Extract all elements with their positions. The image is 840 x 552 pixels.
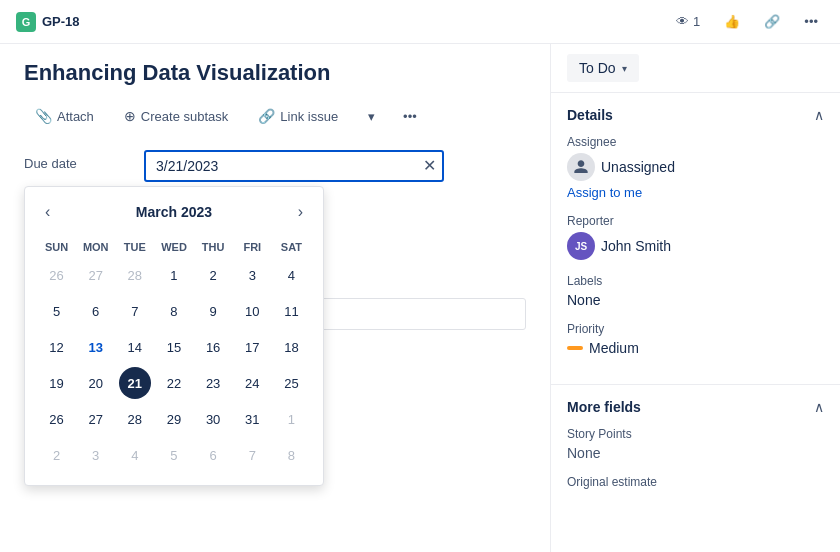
- calendar-day[interactable]: 16: [197, 331, 229, 363]
- header-logo: G GP-18: [16, 12, 80, 32]
- calendar-day[interactable]: 11: [275, 295, 307, 327]
- calendar-day[interactable]: 7: [119, 295, 151, 327]
- calendar-day[interactable]: 1: [158, 259, 190, 291]
- calendar-day[interactable]: 29: [158, 403, 190, 435]
- calendar-day[interactable]: 28: [119, 259, 151, 291]
- calendar-day[interactable]: 2: [41, 439, 73, 471]
- calendar-header: ‹ March 2023 ›: [37, 199, 311, 225]
- more-fields-section: More fields ∧ Story Points None Original…: [551, 385, 840, 517]
- more-fields-header: More fields ∧: [567, 399, 824, 415]
- reporter-name: John Smith: [601, 238, 671, 254]
- left-panel: Enhancing Data Visualization 📎 Attach ⊕ …: [0, 44, 550, 552]
- calendar-day[interactable]: 15: [158, 331, 190, 363]
- calendar-day[interactable]: 14: [119, 331, 151, 363]
- calendar-day[interactable]: 8: [158, 295, 190, 327]
- calendar-day[interactable]: 9: [197, 295, 229, 327]
- watch-button[interactable]: 👁 1: [670, 10, 706, 33]
- calendar-day[interactable]: 6: [197, 439, 229, 471]
- calendar-day[interactable]: 23: [197, 367, 229, 399]
- calendar-day[interactable]: 7: [236, 439, 268, 471]
- assignee-label: Assignee: [567, 135, 824, 149]
- dow-thu: THU: [194, 237, 233, 257]
- more-options-button[interactable]: •••: [798, 10, 824, 33]
- calendar-grid: SUN MON TUE WED THU FRI SAT 262: [37, 237, 311, 473]
- dow-sun: SUN: [37, 237, 76, 257]
- calendar-day[interactable]: 3: [80, 439, 112, 471]
- header-actions: 👁 1 👍 🔗 •••: [670, 10, 824, 33]
- toolbar-overflow-button[interactable]: •••: [394, 103, 426, 130]
- calendar-day[interactable]: 6: [80, 295, 112, 327]
- calendar-day[interactable]: 28: [119, 403, 151, 435]
- priority-item: Priority Medium: [567, 322, 824, 356]
- calendar-day[interactable]: 1: [275, 403, 307, 435]
- labels-value: None: [567, 292, 824, 308]
- due-date-label: Due date: [24, 150, 144, 171]
- status-section: To Do ▾: [551, 44, 840, 93]
- share-button[interactable]: 🔗: [758, 10, 786, 33]
- calendar-day[interactable]: 30: [197, 403, 229, 435]
- more-toolbar-button[interactable]: ▾: [357, 103, 386, 130]
- status-button[interactable]: To Do ▾: [567, 54, 639, 82]
- details-section: Details ∧ Assignee Unassigned Assign to …: [551, 93, 840, 385]
- more-fields-collapse-button[interactable]: ∧: [814, 399, 824, 415]
- assignee-icon: [567, 153, 595, 181]
- link-issue-button[interactable]: 🔗 Link issue: [247, 102, 349, 130]
- original-estimate-item: Original estimate: [567, 475, 824, 489]
- date-input[interactable]: [144, 150, 444, 182]
- calendar-day[interactable]: 5: [41, 295, 73, 327]
- calendar-day[interactable]: 17: [236, 331, 268, 363]
- more-icon: •••: [804, 14, 818, 29]
- reporter-item: Reporter JS John Smith: [567, 214, 824, 260]
- calendar-day[interactable]: 24: [236, 367, 268, 399]
- date-clear-button[interactable]: ✕: [423, 158, 436, 174]
- details-header: Details ∧: [567, 107, 824, 123]
- calendar-day[interactable]: 5: [158, 439, 190, 471]
- calendar-next-button[interactable]: ›: [290, 199, 311, 225]
- labels-item: Labels None: [567, 274, 824, 308]
- calendar-day[interactable]: 3: [236, 259, 268, 291]
- calendar-day[interactable]: 26: [41, 403, 73, 435]
- calendar-day[interactable]: 4: [275, 259, 307, 291]
- link-issue-label: Link issue: [280, 109, 338, 124]
- calendar-day[interactable]: 8: [275, 439, 307, 471]
- priority-text: Medium: [589, 340, 639, 356]
- issue-id: GP-18: [42, 14, 80, 29]
- calendar-day[interactable]: 31: [236, 403, 268, 435]
- date-input-wrapper: ✕: [144, 150, 444, 182]
- calendar-day[interactable]: 10: [236, 295, 268, 327]
- attach-label: Attach: [57, 109, 94, 124]
- dow-tue: TUE: [115, 237, 154, 257]
- like-button[interactable]: 👍: [718, 10, 746, 33]
- story-points-label: Story Points: [567, 427, 824, 441]
- labels-label: Labels: [567, 274, 824, 288]
- calendar-prev-button[interactable]: ‹: [37, 199, 58, 225]
- calendar-day[interactable]: 18: [275, 331, 307, 363]
- calendar-day[interactable]: 13: [80, 331, 112, 363]
- calendar-day[interactable]: 26: [41, 259, 73, 291]
- story-points-item: Story Points None: [567, 427, 824, 461]
- calendar-day[interactable]: 2: [197, 259, 229, 291]
- attach-button[interactable]: 📎 Attach: [24, 102, 105, 130]
- calendar-day[interactable]: 27: [80, 259, 112, 291]
- calendar-day[interactable]: 27: [80, 403, 112, 435]
- calendar-day[interactable]: 12: [41, 331, 73, 363]
- priority-label: Priority: [567, 322, 824, 336]
- priority-value: Medium: [567, 340, 824, 356]
- watch-count: 1: [693, 14, 700, 29]
- right-panel: To Do ▾ Details ∧ Assignee U: [550, 44, 840, 552]
- more-fields-title: More fields: [567, 399, 641, 415]
- create-subtask-button[interactable]: ⊕ Create subtask: [113, 102, 239, 130]
- calendar-day[interactable]: 22: [158, 367, 190, 399]
- calendar-day[interactable]: 21: [119, 367, 151, 399]
- calendar-day[interactable]: 19: [41, 367, 73, 399]
- labels-text: None: [567, 292, 600, 308]
- story-points-value: None: [567, 445, 824, 461]
- assign-to-me-link[interactable]: Assign to me: [567, 185, 824, 200]
- calendar-day[interactable]: 20: [80, 367, 112, 399]
- calendar-day[interactable]: 25: [275, 367, 307, 399]
- calendar-dropdown: ‹ March 2023 › SUN MON TUE WED: [24, 186, 324, 486]
- dow-fri: FRI: [233, 237, 272, 257]
- details-collapse-button[interactable]: ∧: [814, 107, 824, 123]
- calendar-day[interactable]: 4: [119, 439, 151, 471]
- create-subtask-label: Create subtask: [141, 109, 228, 124]
